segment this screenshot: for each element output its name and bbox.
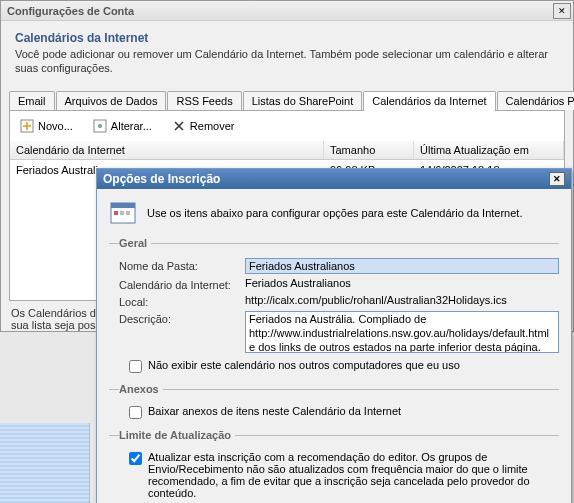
new-button[interactable]: Novo... [16, 117, 77, 135]
calendar-icon [109, 199, 137, 227]
svg-rect-5 [114, 211, 118, 215]
col-size[interactable]: Tamanho [324, 141, 414, 159]
attachments-checkbox-label: Baixar anexos de itens neste Calendário … [148, 405, 401, 417]
dialog-close-icon[interactable]: ✕ [549, 172, 565, 186]
description-input[interactable]: Feriados na Austrália. Compliado de http… [245, 311, 559, 353]
calendar-name-label: Calendário da Internet: [119, 277, 239, 291]
svg-point-2 [98, 124, 102, 128]
col-date[interactable]: Última Atualização em [414, 141, 564, 159]
update-checkbox-label: Atualizar esta inscrição com a recomenda… [148, 451, 559, 499]
page-title: Calendários da Internet [15, 31, 559, 45]
tab-data-files[interactable]: Arquivos de Dados [56, 91, 167, 110]
background-strip [0, 423, 90, 503]
group-attachments-label: Anexos [119, 383, 163, 395]
group-attachments: Anexos Baixar anexos de itens neste Cale… [109, 383, 559, 423]
svg-rect-7 [126, 211, 130, 215]
update-checkbox[interactable] [129, 452, 142, 465]
local-label: Local: [119, 294, 239, 308]
folder-name-input[interactable] [245, 258, 559, 274]
dialog-titlebar: Opções de Inscrição ✕ [97, 169, 571, 189]
edit-button[interactable]: Alterar... [89, 117, 156, 135]
tab-internet-calendars[interactable]: Calendários da Internet [363, 91, 495, 111]
subscription-options-dialog: Opções de Inscrição ✕ Use os itens abaix… [96, 168, 572, 503]
group-general-label: Geral [119, 237, 151, 249]
svg-rect-4 [111, 203, 135, 208]
group-update-limit-label: Limite de Atualização [119, 429, 235, 441]
calendar-name-value: Feriados Australianos [245, 277, 559, 289]
window-title: Configurações de Conta [7, 5, 134, 17]
dialog-intro: Use os itens abaixo para configurar opçõ… [109, 199, 559, 227]
col-name[interactable]: Calendário da Internet [10, 141, 324, 159]
remove-button[interactable]: Remover [168, 117, 239, 135]
local-value: http://icalx.com/public/rohanl/Australia… [245, 294, 559, 306]
tabs: Email Arquivos de Dados RSS Feeds Listas… [9, 90, 565, 111]
dialog-body: Use os itens abaixo para configurar opçõ… [97, 189, 571, 503]
group-general: Geral Nome da Pasta: Calendário da Inter… [109, 237, 559, 377]
svg-rect-6 [120, 211, 124, 215]
toolbar: Novo... Alterar... Remover [9, 111, 565, 141]
remove-label: Remover [190, 120, 235, 132]
attachments-checkbox[interactable] [129, 406, 142, 419]
new-label: Novo... [38, 120, 73, 132]
hide-checkbox-label: Não exibir este calendário nos outros co… [148, 359, 460, 371]
titlebar: Configurações de Conta ✕ [1, 1, 573, 21]
new-icon [20, 119, 34, 133]
dialog-title: Opções de Inscrição [103, 172, 220, 186]
header-section: Calendários da Internet Você pode adicio… [1, 21, 573, 84]
tab-published-calendars[interactable]: Calendários Publicados [497, 91, 574, 110]
hide-checkbox[interactable] [129, 360, 142, 373]
edit-icon [93, 119, 107, 133]
description-label: Descrição: [119, 311, 239, 325]
remove-icon [172, 119, 186, 133]
dialog-intro-text: Use os itens abaixo para configurar opçõ… [147, 207, 522, 219]
close-icon[interactable]: ✕ [553, 3, 571, 19]
page-description: Você pode adicionar ou remover um Calend… [15, 47, 559, 76]
list-header: Calendário da Internet Tamanho Última At… [10, 141, 564, 160]
group-update-limit: Limite de Atualização Atualizar esta ins… [109, 429, 559, 503]
edit-label: Alterar... [111, 120, 152, 132]
folder-name-label: Nome da Pasta: [119, 258, 239, 272]
tab-sharepoint[interactable]: Listas do SharePoint [243, 91, 363, 110]
tab-rss[interactable]: RSS Feeds [167, 91, 241, 110]
tab-email[interactable]: Email [9, 91, 55, 110]
